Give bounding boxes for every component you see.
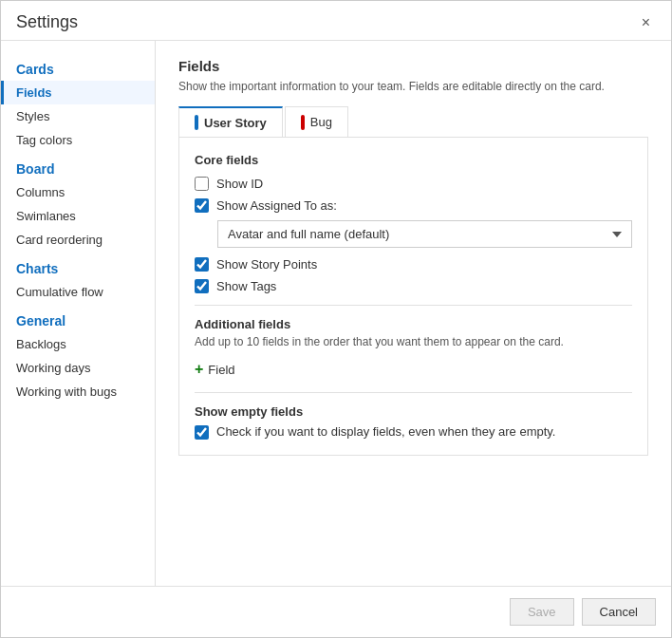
dialog-footer: Save Cancel xyxy=(1,586,671,637)
page-description: Show the important information to your t… xyxy=(178,80,648,93)
tab-user-story-label: User Story xyxy=(204,116,267,130)
work-item-tabs: User Story Bug xyxy=(178,106,648,137)
additional-fields-desc: Add up to 10 fields in the order that yo… xyxy=(195,335,632,348)
user-story-color-bar xyxy=(195,115,198,130)
show-story-points-label: Show Story Points xyxy=(216,257,317,272)
show-tags-row: Show Tags xyxy=(195,279,632,293)
dialog-title: Settings xyxy=(16,12,78,32)
add-field-button[interactable]: + Field xyxy=(195,358,235,381)
sidebar-item-cumulative-flow[interactable]: Cumulative flow xyxy=(1,280,155,304)
show-tags-checkbox[interactable] xyxy=(195,279,209,293)
sidebar-item-tag-colors[interactable]: Tag colors xyxy=(1,128,155,152)
bug-color-bar xyxy=(301,115,305,130)
sidebar-item-swimlanes[interactable]: Swimlanes xyxy=(1,204,155,228)
core-fields-title: Core fields xyxy=(195,153,632,167)
show-empty-fields-label: Check if you want to display fields, eve… xyxy=(216,424,555,439)
show-empty-fields-checkbox[interactable] xyxy=(195,425,209,440)
additional-fields-title: Additional fields xyxy=(195,317,632,331)
sidebar-section-general: General xyxy=(1,304,155,332)
sidebar-item-columns[interactable]: Columns xyxy=(1,180,155,204)
sidebar: Cards Fields Styles Tag colors Board Col… xyxy=(1,41,156,586)
dialog-body: Cards Fields Styles Tag colors Board Col… xyxy=(1,41,671,586)
sidebar-item-working-days[interactable]: Working days xyxy=(1,356,155,380)
tab-user-story[interactable]: User Story xyxy=(178,106,283,137)
divider-2 xyxy=(195,392,632,393)
plus-icon: + xyxy=(195,362,203,377)
sidebar-section-board: Board xyxy=(1,152,155,180)
show-id-label: Show ID xyxy=(216,177,263,191)
show-id-checkbox[interactable] xyxy=(195,177,209,191)
cancel-button[interactable]: Cancel xyxy=(582,598,656,626)
settings-dialog: Settings × Cards Fields Styles Tag color… xyxy=(0,0,672,638)
show-empty-fields-row: Check if you want to display fields, eve… xyxy=(195,424,632,440)
assigned-to-dropdown[interactable]: Avatar and full name (default) Avatar on… xyxy=(217,220,632,248)
main-content: Fields Show the important information to… xyxy=(156,41,671,586)
sidebar-item-working-with-bugs[interactable]: Working with bugs xyxy=(1,380,155,403)
show-assigned-checkbox[interactable] xyxy=(195,198,209,213)
dialog-header: Settings × xyxy=(1,1,671,41)
fields-panel: Core fields Show ID Show Assigned To as:… xyxy=(178,137,648,456)
tab-bug-label: Bug xyxy=(310,115,332,129)
divider-1 xyxy=(195,305,632,306)
show-assigned-label: Show Assigned To as: xyxy=(216,198,337,213)
show-story-points-row: Show Story Points xyxy=(195,257,632,272)
show-id-row: Show ID xyxy=(195,177,632,191)
sidebar-item-card-reordering[interactable]: Card reordering xyxy=(1,228,155,252)
add-field-label: Field xyxy=(208,363,234,377)
sidebar-item-backlogs[interactable]: Backlogs xyxy=(1,332,155,356)
show-story-points-checkbox[interactable] xyxy=(195,257,209,272)
sidebar-item-fields[interactable]: Fields xyxy=(1,81,155,104)
show-empty-fields-title: Show empty fields xyxy=(195,404,632,419)
page-title: Fields xyxy=(178,58,648,74)
sidebar-section-cards: Cards xyxy=(1,52,155,81)
show-tags-label: Show Tags xyxy=(216,279,276,293)
sidebar-item-styles[interactable]: Styles xyxy=(1,104,155,128)
sidebar-section-charts: Charts xyxy=(1,252,155,280)
close-button[interactable]: × xyxy=(636,13,656,32)
assigned-dropdown-row: Avatar and full name (default) Avatar on… xyxy=(217,220,632,248)
show-assigned-row: Show Assigned To as: xyxy=(195,198,632,213)
save-button[interactable]: Save xyxy=(510,598,574,626)
tab-bug[interactable]: Bug xyxy=(285,106,348,137)
